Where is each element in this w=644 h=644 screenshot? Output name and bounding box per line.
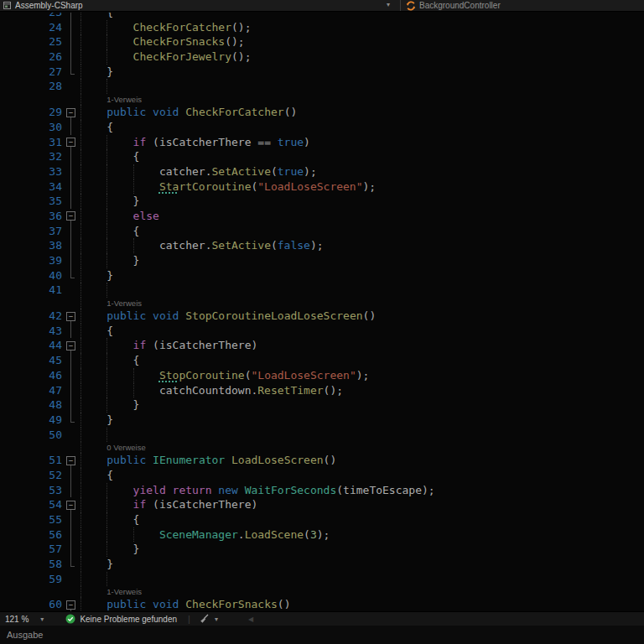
code-line[interactable]: 37{ bbox=[0, 224, 644, 239]
code-line[interactable]: 48} bbox=[0, 397, 644, 413]
line-number: 43 bbox=[0, 324, 62, 339]
code-line[interactable]: 52{ bbox=[0, 468, 644, 483]
class-icon bbox=[406, 1, 416, 11]
fold-toggle[interactable]: − bbox=[62, 105, 80, 120]
code-token: if bbox=[133, 135, 147, 150]
fold-toggle[interactable]: − bbox=[62, 497, 80, 512]
codelens-label[interactable]: 1-Verweis bbox=[106, 586, 142, 597]
code-line[interactable]: 47catchCountdown.ResetTimer(); bbox=[0, 383, 644, 398]
line-number: 34 bbox=[0, 179, 62, 195]
line-number: 33 bbox=[0, 164, 62, 179]
code-token: StopCoroutine bbox=[159, 368, 245, 383]
code-line[interactable]: 45{ bbox=[0, 353, 644, 368]
codelens-label[interactable]: 1-Verweis bbox=[106, 298, 142, 309]
code-line[interactable]: 28 bbox=[0, 79, 644, 94]
code-token: } bbox=[106, 65, 113, 80]
code-token bbox=[146, 105, 153, 120]
codelens-label[interactable]: 1-Verweis bbox=[106, 94, 142, 105]
editor-status-bar: 121 % ▾ Keine Probleme gefunden | ▾ ◀ bbox=[0, 611, 644, 626]
fold-toggle[interactable]: − bbox=[62, 309, 80, 324]
navbar-separator bbox=[400, 0, 401, 11]
code-line[interactable]: 41 bbox=[0, 283, 644, 298]
code-token: . bbox=[205, 164, 212, 179]
code-token: StopCoroutineLoadLoseScreen bbox=[185, 309, 362, 324]
code-token: false bbox=[278, 238, 310, 253]
code-line[interactable]: 29−public void CheckForCatcher() bbox=[0, 105, 644, 120]
code-line[interactable]: 55{ bbox=[0, 512, 644, 527]
code-line[interactable]: 25CheckForSnacks(); bbox=[0, 34, 644, 49]
code-editor[interactable]: 23{24CheckForCatcher();25CheckForSnacks(… bbox=[0, 13, 644, 611]
code-line[interactable]: 49} bbox=[0, 413, 644, 428]
tab-output[interactable]: Ausgabe bbox=[7, 630, 43, 640]
code-line[interactable]: 57} bbox=[0, 542, 644, 557]
fold-guide bbox=[62, 283, 80, 298]
chevron-down-icon[interactable]: ▾ bbox=[387, 1, 390, 8]
code-line[interactable]: 31−if (isCatcherThere == true) bbox=[0, 135, 644, 150]
code-line[interactable]: 33catcher.SetActive(true); bbox=[0, 164, 644, 179]
health-indicator[interactable]: Keine Probleme gefunden bbox=[65, 614, 177, 624]
code-line[interactable]: 53yield return new WaitForSeconds(timeTo… bbox=[0, 483, 644, 498]
code-token: ( bbox=[336, 483, 343, 498]
fold-guide bbox=[62, 368, 80, 383]
code-token: if bbox=[133, 338, 147, 353]
code-line[interactable]: 59 bbox=[0, 572, 644, 587]
class-dropdown[interactable]: BackgroundController bbox=[406, 0, 501, 11]
code-token: ); bbox=[422, 483, 435, 498]
code-line[interactable]: 40} bbox=[0, 268, 644, 283]
code-line[interactable]: 58} bbox=[0, 557, 644, 572]
code-token: public bbox=[106, 453, 146, 468]
scrollbar-left-arrow[interactable]: ◀ bbox=[248, 615, 253, 623]
code-token: true bbox=[278, 164, 304, 179]
code-token: (); bbox=[231, 20, 251, 35]
code-line[interactable]: 23{ bbox=[0, 13, 644, 20]
project-dropdown[interactable]: Assembly-CSharp bbox=[3, 0, 83, 11]
code-token: ( bbox=[271, 238, 278, 253]
code-line[interactable]: 54−if (isCatcherThere) bbox=[0, 497, 644, 512]
code-line[interactable]: 51−public IEnumerator LoadLoseScreen() bbox=[0, 453, 644, 468]
code-line[interactable]: 46StopCoroutine("LoadLoseScreen"); bbox=[0, 368, 644, 383]
code-line[interactable]: 27} bbox=[0, 65, 644, 80]
code-cleanup-button[interactable]: ▾ bbox=[200, 614, 218, 624]
zoom-level[interactable]: 121 % bbox=[5, 615, 29, 624]
code-line[interactable]: 56SceneManager.LoadScene(3); bbox=[0, 527, 644, 543]
fold-toggle[interactable]: − bbox=[62, 597, 80, 611]
code-token: } bbox=[133, 397, 140, 413]
code-line[interactable]: 43{ bbox=[0, 324, 644, 339]
line-number: 25 bbox=[0, 34, 62, 49]
line-number: 35 bbox=[0, 194, 62, 209]
code-token: public bbox=[106, 105, 146, 120]
code-token: ); bbox=[310, 238, 324, 253]
code-line[interactable]: 24CheckForCatcher(); bbox=[0, 20, 644, 35]
chevron-down-icon[interactable]: ▾ bbox=[215, 615, 218, 623]
code-line[interactable]: 36−else bbox=[0, 209, 644, 224]
code-line[interactable]: 42−public void StopCoroutineLoadLoseScre… bbox=[0, 309, 644, 324]
code-line[interactable]: 26CheckForJewelry(); bbox=[0, 49, 644, 65]
fold-toggle[interactable]: − bbox=[62, 209, 80, 224]
codelens-references[interactable]: 1-Verweis bbox=[0, 94, 644, 105]
code-token bbox=[212, 483, 219, 498]
code-line[interactable]: 50 bbox=[0, 428, 644, 443]
code-line[interactable]: 32{ bbox=[0, 149, 644, 164]
code-token: timeToEscape bbox=[343, 483, 422, 498]
chevron-down-icon[interactable]: ▾ bbox=[40, 615, 44, 623]
project-name: Assembly-CSharp bbox=[15, 1, 83, 10]
code-line[interactable]: 30{ bbox=[0, 120, 644, 135]
code-line[interactable]: 34StartCoroutine("LoadLoseScreen"); bbox=[0, 179, 644, 195]
code-token: "LoadLoseScreen" bbox=[251, 368, 356, 383]
code-line[interactable]: 35} bbox=[0, 194, 644, 209]
code-token: ( bbox=[251, 179, 257, 195]
fold-toggle[interactable]: − bbox=[62, 135, 80, 150]
fold-guide bbox=[62, 512, 80, 527]
fold-toggle[interactable]: − bbox=[62, 338, 80, 353]
fold-toggle[interactable]: − bbox=[62, 453, 80, 468]
code-line[interactable]: 39} bbox=[0, 253, 644, 268]
codelens-references[interactable]: 0 Verweise bbox=[0, 442, 644, 453]
code-line[interactable]: 38catcher.SetActive(false); bbox=[0, 238, 644, 253]
codelens-label[interactable]: 0 Verweise bbox=[106, 442, 145, 453]
code-token: WaitForSeconds bbox=[245, 483, 337, 498]
class-name: BackgroundController bbox=[419, 1, 501, 10]
code-line[interactable]: 60−public void CheckForSnacks() bbox=[0, 597, 644, 611]
codelens-references[interactable]: 1-Verweis bbox=[0, 586, 644, 597]
codelens-references[interactable]: 1-Verweis bbox=[0, 298, 644, 309]
code-line[interactable]: 44−if (isCatcherThere) bbox=[0, 338, 644, 353]
